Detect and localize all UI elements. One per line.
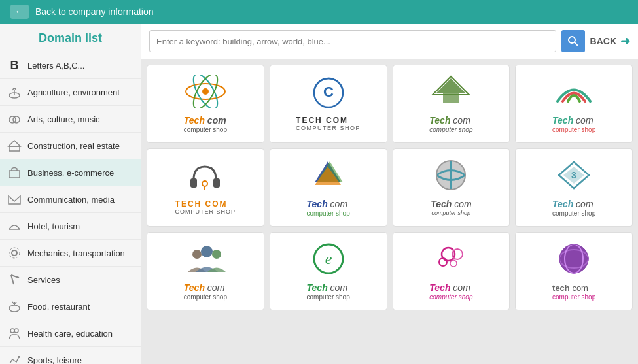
back-to-company-bar[interactable]: Back to company information [0,0,638,24]
logo-card-8[interactable]: 3 Tech com computer shop [515,148,633,227]
logo-card-4[interactable]: Tech com computer shop [515,65,633,143]
search-icon [568,36,578,46]
sidebar-item-label: Letters A,B,C... [27,61,84,71]
logo-visual-1 [183,75,228,110]
logo-card-7[interactable]: Tech com computer shop [393,148,510,227]
sidebar-item-agriculture[interactable]: Agriculture, environment [0,79,141,106]
svg-point-43 [212,250,221,259]
logo-card-12[interactable]: tech com computer shop [515,232,633,310]
svg-text:3: 3 [571,170,576,180]
svg-marker-25 [436,78,466,93]
sidebar-item-letters[interactable]: B Letters A,B,C... [0,52,141,79]
sidebar-item-label: Agriculture, environment [27,88,120,97]
logo-visual-3 [430,75,472,110]
sidebar-item-label: Communication, media [27,195,115,205]
logo-text-2: TECH COM COMPUTER SHOP [296,116,361,131]
svg-marker-6 [9,196,20,204]
sidebar-item-health[interactable]: Health care, education [0,320,141,347]
logo-text-7: Tech com computer shop [431,198,472,216]
svg-point-9 [9,248,20,258]
sidebar-item-label: Business, e-commerce [27,168,114,178]
agriculture-icon [7,84,22,100]
logo-visual-11 [430,242,472,278]
logo-visual-5 [184,160,226,195]
logo-visual-9 [184,242,226,278]
svg-point-12 [9,305,20,312]
svg-line-18 [575,42,578,46]
logo-grid-container: Tech com computer shop C TECH COM [141,59,638,364]
logo-card-3[interactable]: Tech com computer shop [393,65,510,143]
search-bar: BACK ➜ [141,24,638,59]
sidebar-item-communication[interactable]: Communication, media [0,186,141,213]
svg-point-16 [18,356,20,358]
logo-card-6[interactable]: Tech com computer shop [270,148,387,227]
sidebar-item-label: Mechanics, transportation [27,248,125,258]
logo-text-10: Tech com computer shop [307,282,350,301]
logo-card-2[interactable]: C TECH COM COMPUTER SHOP [270,65,387,143]
sports-icon [7,352,22,364]
sidebar-item-label: Construction, real estate [27,141,120,151]
sidebar-item-mechanics[interactable]: Mechanics, transportation [0,240,141,267]
svg-text:e: e [325,250,332,267]
sidebar-item-business[interactable]: Business, e-commerce [0,159,141,186]
svg-point-22 [202,88,209,95]
sidebar-item-food[interactable]: Food, restaurant [0,293,141,320]
svg-point-15 [14,329,18,333]
communication-icon [7,191,22,207]
logo-text-11: Tech com computer shop [429,282,472,301]
svg-point-2 [13,116,20,123]
logo-text-6: Tech com computer shop [307,198,350,217]
back-arrow-icon: ➜ [620,34,630,48]
logo-card-1[interactable]: Tech com computer shop [147,65,264,143]
logo-text-8: Tech com computer shop [552,198,595,217]
logo-text-9: Tech com computer shop [184,282,227,301]
sidebar-item-label: Food, restaurant [27,302,90,312]
logo-card-10[interactable]: e Tech com computer shop [270,232,387,310]
back-button[interactable]: BACK ➜ [590,34,630,48]
sidebar-item-label: Hotel, tourism [27,222,80,231]
logo-visual-6 [307,159,349,194]
svg-point-8 [12,250,17,256]
sidebar-item-arts[interactable]: Arts, culture, music [0,106,141,133]
svg-rect-28 [190,178,197,188]
svg-point-14 [10,329,14,333]
svg-point-30 [202,181,207,186]
svg-text:C: C [323,84,334,100]
back-arrow-icon [10,5,29,19]
sidebar-item-label: Arts, culture, music [27,114,100,124]
logo-card-11[interactable]: Tech com computer shop [393,232,510,310]
logo-text-4: Tech com computer shop [552,114,595,133]
logo-card-5[interactable]: TECH COM COMPUTER SHOP [147,148,264,227]
hotel-icon [7,218,22,234]
sidebar-item-label: Sports, leisure [27,356,82,365]
logo-text-1: Tech com computer shop [184,114,227,133]
search-input[interactable] [149,30,556,52]
svg-rect-29 [213,178,220,188]
logo-visual-12 [556,242,592,278]
svg-rect-5 [9,171,20,178]
food-icon [7,299,22,314]
logo-card-9[interactable]: Tech com computer shop [147,232,264,310]
logo-visual-2: C [309,76,348,112]
svg-point-41 [192,250,202,259]
sidebar-item-label: Services [27,275,60,285]
mechanics-icon [7,245,22,261]
sidebar-item-hotel[interactable]: Hotel, tourism [0,213,141,240]
sidebar-item-services[interactable]: Services [0,267,141,293]
logo-visual-10: e [309,242,348,278]
sidebar-title: Domain list [0,24,141,52]
search-button[interactable] [561,30,585,52]
sidebar-item-construction[interactable]: Construction, real estate [0,133,141,159]
back-label: BACK [590,36,616,46]
health-icon [7,325,22,341]
logo-grid: Tech com computer shop C TECH COM [147,65,633,310]
topbar-label: Back to company information [35,7,154,17]
logo-visual-7 [433,159,469,194]
svg-point-47 [452,249,463,259]
sidebar: Domain list B Letters A,B,C... Agricultu… [0,24,141,364]
svg-point-49 [450,260,457,267]
logo-text-3: Tech com computer shop [429,114,472,133]
sidebar-item-sports[interactable]: Sports, leisure [0,347,141,364]
svg-rect-3 [9,146,20,151]
logo-visual-8: 3 [553,159,595,194]
